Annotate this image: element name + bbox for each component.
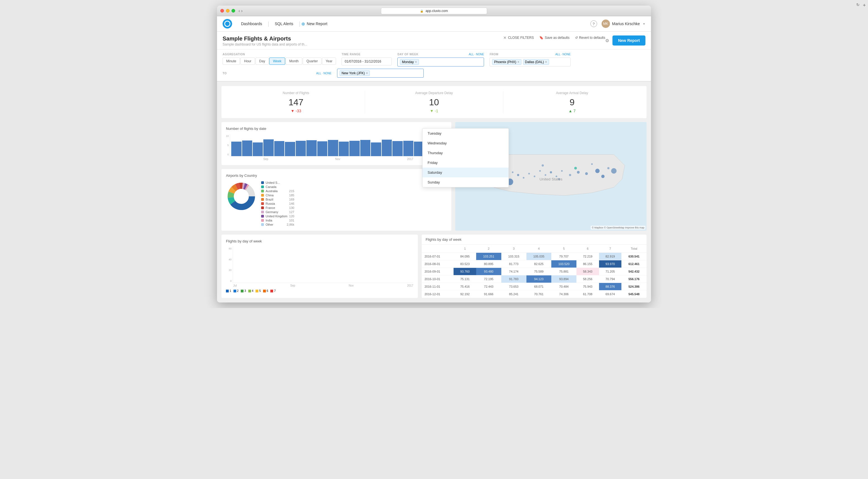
dropdown-arrow-icon: ▼ <box>643 22 645 25</box>
date-cell: 2016-07-01 <box>422 253 454 260</box>
cell-4-2: 72.195 <box>476 275 501 283</box>
dropdown-tuesday[interactable]: Tuesday <box>423 128 508 138</box>
help-button[interactable]: ? <box>590 20 597 27</box>
monday-tag-remove[interactable]: × <box>415 60 417 64</box>
dropdown-thursday[interactable]: Thursday <box>423 148 508 158</box>
revert-defaults-button[interactable]: ↺ Revert to defaults <box>575 36 605 40</box>
legend-val-australia: 215 <box>289 189 294 193</box>
legend-item-7: 7 <box>270 289 276 293</box>
col-6: 6 <box>577 245 599 253</box>
phx-tag-label: Phoenix (PHX) <box>494 60 516 64</box>
to-all-none[interactable]: ALL · NONE <box>316 72 332 75</box>
to-input[interactable]: New York (JFK) × <box>337 69 424 78</box>
forward-button[interactable]: › <box>241 8 242 13</box>
agg-week[interactable]: Week <box>269 58 285 65</box>
legend-name-australia: Australia <box>266 189 287 193</box>
bar-12 <box>349 141 360 156</box>
date-range-input[interactable]: 01/07/2016 - 31/12/2016 <box>342 58 392 65</box>
cell-2-1: 83.523 <box>454 260 476 268</box>
x-stacked-sep: Sep <box>290 284 295 287</box>
cell-4-1: 75.131 <box>454 275 476 283</box>
revert-icon: ↺ <box>575 36 578 40</box>
cell-5-3: 73.653 <box>501 283 526 291</box>
bar-16 <box>393 141 402 156</box>
dropdown-wednesday[interactable]: Wednesday <box>423 138 508 148</box>
stat-flights-delta-value: -33 <box>296 109 301 113</box>
user-menu[interactable]: MK Marius Kirschke ▼ <box>601 20 646 28</box>
dropdown-friday[interactable]: Friday <box>423 158 508 168</box>
legend-canada: Canada <box>261 185 294 188</box>
agg-quarter[interactable]: Quarter <box>303 58 321 65</box>
legend-other: Other 2,86k <box>261 223 294 226</box>
table-row: 2016-11-01 75.416 72.443 73.653 68.071 7… <box>422 283 647 291</box>
from-input[interactable]: Phoenix (PHX) × Dallas (DAL) × <box>490 58 570 66</box>
jfk-tag-remove[interactable]: × <box>366 71 368 75</box>
y-axis-10: 10 <box>226 134 229 138</box>
legend-name-russia: Russia <box>266 202 287 205</box>
legend-dot-5 <box>255 290 258 293</box>
legend-dot-4 <box>248 290 251 293</box>
col-2: 2 <box>476 245 501 253</box>
bar-14 <box>371 143 381 156</box>
cell-3-1: 93.760 <box>454 268 476 275</box>
close-filters-button[interactable]: ✕ CLOSE FILTERS <box>503 35 534 40</box>
stat-departure-delta: ▼ -1 <box>371 109 497 113</box>
dropdown-sunday[interactable]: Sunday <box>423 177 508 187</box>
agg-day[interactable]: Day <box>255 58 269 65</box>
close-button[interactable] <box>220 9 224 12</box>
legend-item-4: 4 <box>248 289 254 293</box>
legend-val-uk: 120 <box>289 214 294 218</box>
day-of-week-label: DAY OF WEEK <box>397 53 418 56</box>
cell-4-total: 556.176 <box>621 275 647 283</box>
maximize-button[interactable] <box>231 9 235 12</box>
agg-minute[interactable]: Minute <box>223 58 240 65</box>
legend-label-4: 4 <box>252 289 254 293</box>
day-of-week-all-none[interactable]: ALL · NONE <box>469 53 484 56</box>
legend-val-germany: 127 <box>289 210 294 214</box>
day-of-week-input[interactable]: Monday × <box>397 58 484 66</box>
nav-dashboards[interactable]: Dashboards <box>237 22 267 26</box>
cell-2-6: 86.155 <box>577 260 599 268</box>
agg-hour[interactable]: Hour <box>241 58 255 65</box>
legend-uk: United Kingdom 120 <box>261 214 294 218</box>
stat-flights-delta: ▼ -33 <box>232 109 359 113</box>
legend-item-3: 3 <box>241 289 246 293</box>
cell-6-7: 69.674 <box>599 291 622 298</box>
legend-name-us: United S... <box>266 181 294 184</box>
dropdown-saturday[interactable]: Saturday <box>423 168 508 177</box>
bar-10 <box>328 140 338 156</box>
back-button[interactable]: ‹ <box>239 8 240 13</box>
legend-dot-australia <box>261 190 264 192</box>
date-cell: 2016-08-01 <box>422 260 454 268</box>
settings-icon[interactable]: ⚙ <box>605 38 609 43</box>
nav-new-report[interactable]: ⊕ New Report <box>301 21 327 27</box>
agg-month[interactable]: Month <box>286 58 302 65</box>
phx-tag-remove[interactable]: × <box>518 60 520 64</box>
from-all-none[interactable]: ALL · NONE <box>556 53 571 56</box>
from-label: FROM <box>490 53 498 56</box>
nav-sql-alerts[interactable]: SQL Alerts <box>270 22 298 26</box>
dal-tag-remove[interactable]: × <box>545 60 547 64</box>
minimize-button[interactable] <box>226 9 229 12</box>
svg-point-21 <box>550 171 552 174</box>
bar-13 <box>360 140 370 156</box>
col-total: Total <box>621 245 647 253</box>
legend-france: France 130 <box>261 206 294 209</box>
map-credit: © Mapbox © OpenStreetMap Improve this ma… <box>591 226 645 230</box>
cell-5-5: 70.484 <box>551 283 577 291</box>
agg-year[interactable]: Year <box>322 58 336 65</box>
url-bar[interactable]: 🔒 app.cluvio.com <box>381 7 487 14</box>
bookmark-icon: 🔖 <box>539 36 544 40</box>
donut-chart-title: Airports by Country <box>226 174 447 178</box>
save-defaults-label: Save as defaults <box>545 36 569 40</box>
save-defaults-button[interactable]: 🔖 Save as defaults <box>539 36 569 40</box>
legend-germany: Germany 127 <box>261 210 294 214</box>
cell-2-2: 80.895 <box>476 260 501 268</box>
new-report-button[interactable]: New Report <box>613 35 645 46</box>
svg-point-25 <box>528 173 530 175</box>
svg-point-11 <box>236 191 246 201</box>
legend-dot-2 <box>234 290 236 293</box>
legend-label-5: 5 <box>259 289 261 293</box>
legend-name-france: France <box>266 206 287 209</box>
y-axis-60: 60 <box>226 247 231 250</box>
